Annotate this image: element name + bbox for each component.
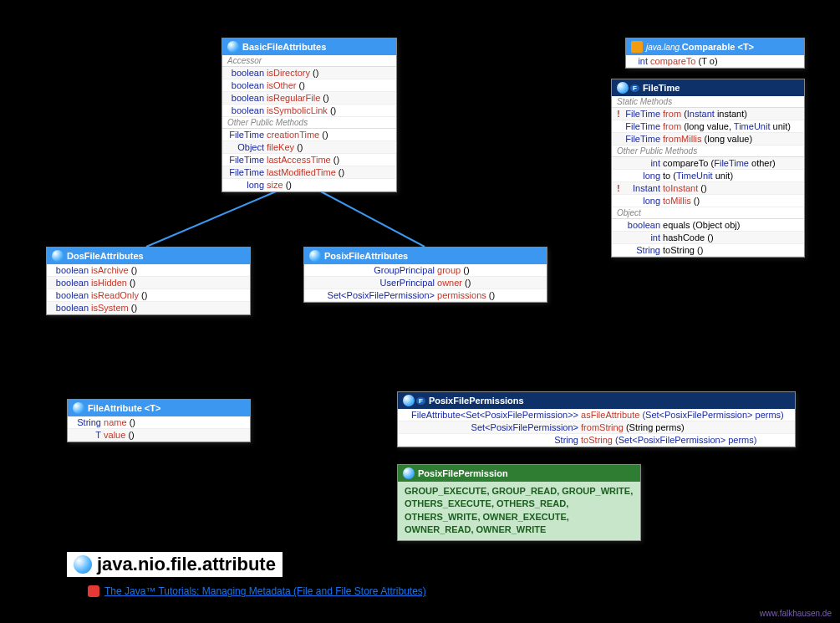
member-row: Set<PosixFilePermission> fromString (Str… (398, 421, 795, 434)
tutorial-link[interactable]: The Java™ Tutorials: Managing Metadata (… (88, 585, 426, 597)
member-row: Set<PosixFilePermission> permissions () (304, 289, 547, 302)
member-row: !FileTime from (Instant instant) (612, 108, 804, 120)
oracle-icon (88, 585, 99, 597)
class-title: FileAttribute (88, 403, 142, 413)
package-icon (74, 555, 92, 574)
package-title-wrap: java.nio.file.attribute (67, 552, 283, 577)
member-row: int compareTo (T o) (626, 55, 804, 68)
member-row: FileTime lastAccessTime () (222, 154, 396, 166)
member-row: long to (TimeUnit unit) (612, 170, 804, 182)
member-row: GroupPrincipal group () (304, 264, 547, 277)
class-title: PosixFilePermissions (429, 396, 524, 406)
member-row: long toMillis () (612, 195, 804, 207)
class-header: F PosixFilePermissions (398, 392, 795, 409)
member-row: UserPrincipal owner () (304, 277, 547, 289)
interface-icon (73, 402, 84, 414)
class-body: Accessor boolean isDirectory () boolean … (222, 55, 396, 191)
class-generic: <T> (737, 42, 754, 52)
member-row: FileTime creationTime () (222, 129, 396, 141)
class-header: BasicFileAttributes (222, 38, 396, 55)
class-body: boolean isArchive () boolean isHidden ()… (47, 264, 250, 314)
tutorial-text: The Java™ Tutorials: Managing Metadata (… (104, 585, 426, 597)
class-body: String name () T value () (68, 416, 250, 442)
member-row: long size () (222, 179, 396, 191)
interface-icon (309, 250, 321, 262)
class-generic: <T> (145, 403, 161, 413)
section-other: Other Public Methods (222, 117, 396, 129)
section-other: Other Public Methods (612, 146, 804, 157)
final-badge: F (630, 84, 639, 92)
class-file-time: F FileTime Static Methods !FileTime from… (611, 79, 805, 258)
class-icon (617, 82, 629, 94)
watermark: www.falkhausen.de (760, 609, 832, 618)
member-row: FileTime lastModifiedTime () (222, 166, 396, 179)
enum-values: GROUP_EXECUTE, GROUP_READ, GROUP_WRITE, … (398, 482, 640, 540)
class-comparable: java.lang.Comparable <T> int compareTo (… (625, 38, 805, 69)
member-row: boolean isHidden () (47, 277, 250, 289)
class-basic-file-attributes: BasicFileAttributes Accessor boolean isD… (221, 38, 397, 192)
member-row: String toString () (612, 244, 804, 257)
class-header: PosixFilePermission (398, 465, 640, 482)
member-row: boolean isSymbolicLink () (222, 105, 396, 117)
section-object: Object (612, 207, 804, 219)
member-row: Object fileKey () (222, 141, 396, 154)
member-row: String name () (68, 416, 250, 429)
class-header: DosFileAttributes (47, 248, 250, 264)
java-cup-icon (631, 41, 643, 53)
member-row: String toString (Set<PosixFilePermission… (398, 434, 795, 447)
member-row: boolean isReadOnly () (47, 289, 250, 302)
member-row: int hashCode () (612, 232, 804, 244)
class-dos-file-attributes: DosFileAttributes boolean isArchive () b… (46, 247, 251, 315)
class-body: FileAttribute<Set<PosixFilePermission>> … (398, 409, 795, 447)
interface-icon (227, 41, 239, 53)
section-accessor: Accessor (222, 55, 396, 67)
class-body: Static Methods !FileTime from (Instant i… (612, 96, 804, 257)
interface-icon (52, 250, 64, 262)
package-title: java.nio.file.attribute (97, 554, 276, 575)
final-badge: F (416, 397, 425, 405)
member-row: boolean isOther () (222, 79, 396, 92)
member-row: boolean isSystem () (47, 302, 250, 314)
class-title: DosFileAttributes (67, 251, 144, 261)
svg-line-0 (146, 190, 280, 247)
class-file-attribute: FileAttribute <T> String name () T value… (67, 399, 251, 442)
class-title: PosixFilePermission (418, 468, 508, 478)
class-title: PosixFileAttributes (324, 251, 408, 261)
class-header: PosixFileAttributes (304, 248, 547, 264)
member-row: !Instant toInstant () (612, 182, 804, 195)
class-posix-file-permission: PosixFilePermission GROUP_EXECUTE, GROUP… (397, 464, 641, 541)
class-posix-file-permissions: F PosixFilePermissions FileAttribute<Set… (397, 391, 796, 447)
member-row: boolean isArchive () (47, 264, 250, 277)
member-row: FileTime from (long value, TimeUnit unit… (612, 120, 804, 133)
member-row: boolean equals (Object obj) (612, 219, 804, 232)
class-package: java.lang. (646, 43, 682, 52)
member-row: boolean isDirectory () (222, 67, 396, 79)
class-posix-file-attributes: PosixFileAttributes GroupPrincipal group… (303, 247, 547, 303)
class-body: GroupPrincipal group () UserPrincipal ow… (304, 264, 547, 302)
member-row: T value () (68, 429, 250, 442)
class-title: BasicFileAttributes (242, 42, 326, 52)
class-body: int compareTo (T o) (626, 55, 804, 68)
member-row: FileTime fromMillis (long value) (612, 133, 804, 146)
member-row: int compareTo (FileTime other) (612, 157, 804, 170)
enum-icon (403, 467, 415, 479)
section-static: Static Methods (612, 96, 804, 108)
class-header: FileAttribute <T> (68, 400, 250, 416)
class-header: java.lang.Comparable <T> (626, 38, 804, 55)
class-header: F FileTime (612, 79, 804, 96)
member-row: FileAttribute<Set<PosixFilePermission>> … (398, 409, 795, 421)
class-title: Comparable (682, 42, 736, 52)
svg-line-1 (318, 190, 425, 247)
class-icon (403, 395, 415, 406)
member-row: boolean isRegularFile () (222, 92, 396, 105)
class-title: FileTime (643, 83, 680, 93)
